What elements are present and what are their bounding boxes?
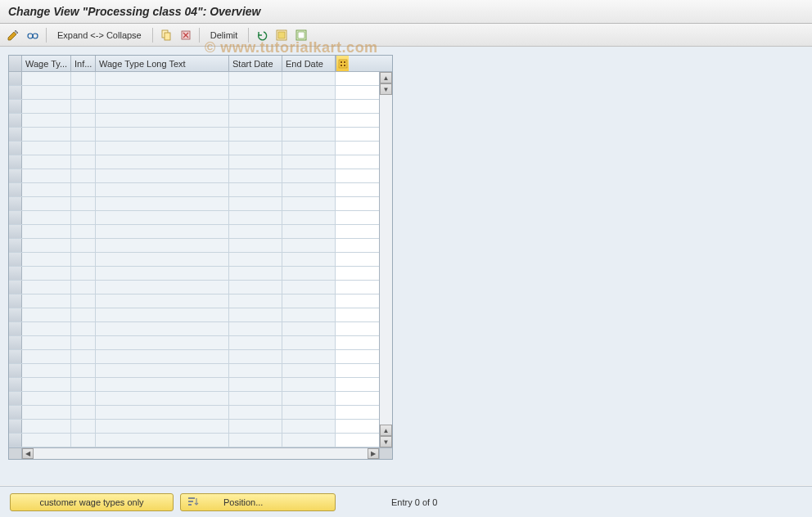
row-selector[interactable] <box>9 128 22 141</box>
undo-icon[interactable] <box>254 27 270 43</box>
cell-inf[interactable] <box>71 100 96 113</box>
hscroll-track[interactable] <box>34 448 368 459</box>
cell-long-text[interactable] <box>96 114 229 127</box>
cell-wage-type[interactable] <box>22 197 71 210</box>
scroll-up-icon[interactable]: ▲ <box>380 72 392 83</box>
cell-end-date[interactable] <box>282 155 336 169</box>
cell-wage-type[interactable] <box>22 155 71 169</box>
row-selector[interactable] <box>9 378 22 391</box>
cell-end-date[interactable] <box>282 406 336 419</box>
cell-inf[interactable] <box>71 142 96 155</box>
cell-start-date[interactable] <box>229 392 282 405</box>
cell-end-date[interactable] <box>282 100 336 113</box>
cell-long-text[interactable] <box>96 322 229 335</box>
cell-start-date[interactable] <box>229 169 282 182</box>
cell-inf[interactable] <box>71 225 96 238</box>
cell-end-date[interactable] <box>282 308 336 321</box>
cell-long-text[interactable] <box>96 392 229 405</box>
cell-inf[interactable] <box>71 169 96 182</box>
cell-start-date[interactable] <box>229 253 282 266</box>
cell-long-text[interactable] <box>96 155 229 169</box>
cell-start-date[interactable] <box>229 239 282 252</box>
cell-long-text[interactable] <box>96 253 229 266</box>
edit-pencil-icon[interactable] <box>5 27 21 43</box>
row-selector[interactable] <box>9 434 22 447</box>
cell-inf[interactable] <box>71 211 96 224</box>
cell-wage-type[interactable] <box>22 420 71 433</box>
row-selector[interactable] <box>9 183 22 196</box>
cell-inf[interactable] <box>71 155 96 169</box>
cell-long-text[interactable] <box>96 308 229 321</box>
cell-start-date[interactable] <box>229 434 282 447</box>
cell-long-text[interactable] <box>96 406 229 419</box>
scroll-left-icon[interactable]: ◀ <box>22 448 34 459</box>
cell-start-date[interactable] <box>229 267 282 280</box>
horizontal-scrollbar[interactable]: ◀ ▶ <box>9 447 392 459</box>
cell-start-date[interactable] <box>229 350 282 363</box>
cell-long-text[interactable] <box>96 142 229 155</box>
cell-wage-type[interactable] <box>22 434 71 447</box>
row-selector[interactable] <box>9 197 22 210</box>
cell-end-date[interactable] <box>282 239 336 252</box>
cell-long-text[interactable] <box>96 420 229 433</box>
cell-start-date[interactable] <box>229 114 282 127</box>
cell-start-date[interactable] <box>229 378 282 391</box>
row-selector[interactable] <box>9 72 22 85</box>
cell-start-date[interactable] <box>229 308 282 321</box>
cell-end-date[interactable] <box>282 169 336 182</box>
row-selector[interactable] <box>9 392 22 405</box>
col-header-wage-type[interactable]: Wage Ty... <box>22 56 71 71</box>
cell-inf[interactable] <box>71 281 96 294</box>
cell-inf[interactable] <box>71 114 96 127</box>
cell-inf[interactable] <box>71 72 96 85</box>
row-selector[interactable] <box>9 239 22 252</box>
position-button[interactable]: Position... <box>180 493 336 511</box>
cell-end-date[interactable] <box>282 392 336 405</box>
cell-end-date[interactable] <box>282 253 336 266</box>
cell-end-date[interactable] <box>282 420 336 433</box>
cell-end-date[interactable] <box>282 350 336 363</box>
cell-inf[interactable] <box>71 434 96 447</box>
cell-wage-type[interactable] <box>22 239 71 252</box>
cell-long-text[interactable] <box>96 267 229 280</box>
cell-long-text[interactable] <box>96 350 229 363</box>
row-selector[interactable] <box>9 420 22 433</box>
cell-end-date[interactable] <box>282 114 336 127</box>
cell-long-text[interactable] <box>96 336 229 349</box>
cell-wage-type[interactable] <box>22 253 71 266</box>
cell-end-date[interactable] <box>282 225 336 238</box>
cell-end-date[interactable] <box>282 294 336 308</box>
cell-inf[interactable] <box>71 322 96 335</box>
cell-wage-type[interactable] <box>22 322 71 335</box>
cell-wage-type[interactable] <box>22 169 71 182</box>
cell-end-date[interactable] <box>282 267 336 280</box>
col-header-long-text[interactable]: Wage Type Long Text <box>96 56 229 71</box>
cell-inf[interactable] <box>71 336 96 349</box>
cell-inf[interactable] <box>71 128 96 141</box>
cell-long-text[interactable] <box>96 364 229 377</box>
cell-inf[interactable] <box>71 378 96 391</box>
scroll-down2-icon[interactable]: ▼ <box>380 436 392 447</box>
row-selector[interactable] <box>9 142 22 155</box>
scroll-up2-icon[interactable]: ▲ <box>380 425 392 436</box>
deselect-all-icon[interactable] <box>293 27 309 43</box>
cell-wage-type[interactable] <box>22 364 71 377</box>
cell-long-text[interactable] <box>96 434 229 447</box>
cell-end-date[interactable] <box>282 434 336 447</box>
cell-end-date[interactable] <box>282 72 336 85</box>
cell-wage-type[interactable] <box>22 378 71 391</box>
row-selector[interactable] <box>9 169 22 182</box>
col-header-end-date[interactable]: End Date <box>282 56 336 71</box>
row-selector[interactable] <box>9 281 22 294</box>
cell-start-date[interactable] <box>229 86 282 99</box>
cell-end-date[interactable] <box>282 142 336 155</box>
row-selector-header[interactable] <box>9 56 22 71</box>
cell-end-date[interactable] <box>282 378 336 391</box>
row-selector[interactable] <box>9 86 22 99</box>
cell-start-date[interactable] <box>229 128 282 141</box>
cell-long-text[interactable] <box>96 225 229 238</box>
cell-long-text[interactable] <box>96 100 229 113</box>
cell-end-date[interactable] <box>282 336 336 349</box>
cell-wage-type[interactable] <box>22 267 71 280</box>
cell-inf[interactable] <box>71 364 96 377</box>
